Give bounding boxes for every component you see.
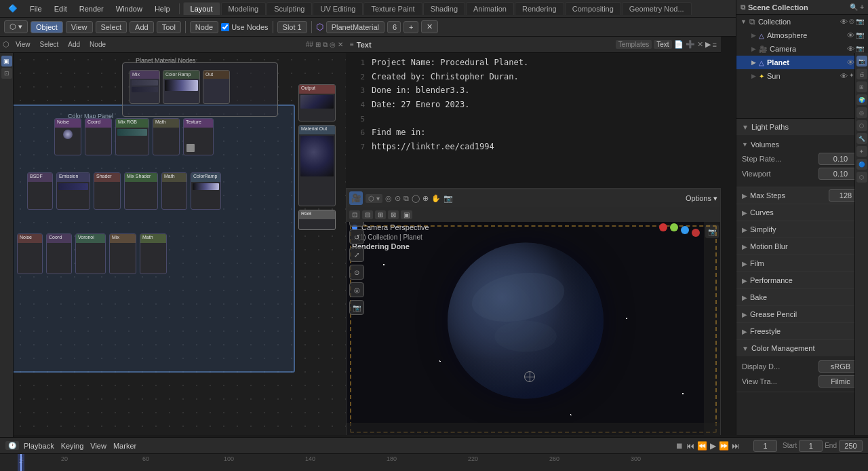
ri-btn-material[interactable]: ⬡ <box>856 172 867 183</box>
vp-tb2-3[interactable]: ⊞ <box>375 210 386 219</box>
tab-geometry-nodes[interactable]: Geometry Nod... <box>622 2 692 15</box>
node-r2[interactable]: Material Out <box>298 125 336 206</box>
vp-tb2-4[interactable]: ⊠ <box>388 210 399 219</box>
vp-tb2-5[interactable]: ▣ <box>401 210 412 219</box>
ne-icon-2[interactable]: ⊞ <box>315 41 321 49</box>
node-7[interactable]: Emission <box>56 172 90 210</box>
oi-eye-planet[interactable]: 👁 <box>847 58 854 67</box>
node-15[interactable]: Mix <box>109 233 136 274</box>
oi-cam-atm[interactable]: 📷 <box>856 31 864 39</box>
vp-gizmo-6[interactable]: 📷 <box>349 300 364 315</box>
tl-prev-frame-btn[interactable]: ⏪ <box>697 441 707 451</box>
oi-eye-cam[interactable]: 👁 <box>847 45 854 53</box>
text-icon-3[interactable]: ✕ <box>697 40 703 49</box>
node-4[interactable]: Math <box>153 118 180 155</box>
node-5[interactable]: Texture <box>183 118 214 155</box>
tab-animation[interactable]: Animation <box>466 2 514 15</box>
outliner-item-atmosphere[interactable]: ▶ △ Atmosphere 👁 📷 <box>736 29 868 42</box>
timeline-track[interactable]: 1 1 20 60 100 140 180 220 260 300 <box>0 454 868 471</box>
props-section-max-steps-header[interactable]: ▶ Max Steps 128 <box>736 187 868 204</box>
view-btn[interactable]: View <box>66 21 93 33</box>
outliner-filter-icon[interactable]: 🔍 <box>850 3 858 11</box>
oi-sel[interactable]: ◎ <box>849 18 854 26</box>
node-10[interactable]: Math <box>161 172 187 210</box>
lt-select-btn[interactable]: ▣ <box>1 56 12 67</box>
select-btn[interactable]: Select <box>96 21 127 33</box>
ne-icon-3[interactable]: ⧉ <box>323 41 328 49</box>
vp-gizmo-2[interactable]: ↺ <box>349 229 364 244</box>
vp-icon-3[interactable]: ⊙ <box>395 194 401 203</box>
node-group-pm-top[interactable]: Mix Color Ramp Out <box>122 62 278 117</box>
tl-view-btn[interactable]: View <box>88 441 108 451</box>
text-header-templates[interactable]: Templates <box>616 40 652 49</box>
ne-select-btn[interactable]: Select <box>37 39 62 50</box>
ri-btn-modifier[interactable]: 🔧 <box>856 133 867 144</box>
node-r3[interactable]: RGB <box>298 210 336 230</box>
lt-box-select-btn[interactable]: ⊡ <box>1 68 12 79</box>
ri-btn-view-layer[interactable]: ⊞ <box>856 81 867 92</box>
props-section-freestyle-header[interactable]: ▶ Freestyle <box>736 323 868 339</box>
ne-node-btn[interactable]: Node <box>86 39 109 50</box>
node-12[interactable]: Noise <box>17 233 43 274</box>
tab-shading[interactable]: Shading <box>423 2 465 15</box>
use-nodes-checkbox[interactable] <box>221 23 229 31</box>
outliner-item-collection[interactable]: ▼ ⧉ Collection 👁 ◎ 📷 <box>736 15 868 29</box>
oi-eye[interactable]: 👁 <box>840 18 848 26</box>
ri-btn-world[interactable]: ◎ <box>856 107 867 118</box>
menu-file[interactable]: File <box>24 3 47 14</box>
text-run-btn[interactable]: ▶ <box>705 40 711 49</box>
oi-sun-special[interactable]: ✦ <box>849 72 854 80</box>
oi-eye-atm[interactable]: 👁 <box>847 31 854 39</box>
menu-edit[interactable]: Edit <box>49 3 73 14</box>
props-section-performance-header[interactable]: ▶ Performance ≡ <box>736 272 868 288</box>
props-section-bake-header[interactable]: ▶ Bake <box>736 289 868 305</box>
node-8[interactable]: Shader <box>94 172 121 210</box>
object-mode-btn[interactable]: Object <box>31 21 63 33</box>
ne-add-btn[interactable]: Add <box>64 39 83 50</box>
node-card-2[interactable]: Color Ramp <box>163 70 200 104</box>
vp-icon-6[interactable]: ⊕ <box>422 194 429 203</box>
ri-btn-render[interactable]: 📷 <box>856 56 867 67</box>
material-new-btn[interactable]: + <box>403 21 418 33</box>
tab-rendering[interactable]: Rendering <box>515 2 564 15</box>
node-r1[interactable]: Output <box>298 84 336 121</box>
node-11[interactable]: ColorRamp <box>191 172 221 210</box>
material-delete-btn[interactable]: ✕ <box>421 20 438 33</box>
node-9[interactable]: Mix Shader <box>124 172 158 210</box>
node-3[interactable]: Mix RGB <box>115 118 149 155</box>
outliner-item-camera[interactable]: ▶ 🎥 Camera 👁 📷 <box>736 42 868 56</box>
slot-btn[interactable]: Slot 1 <box>277 21 307 33</box>
ne-view-btn[interactable]: View <box>12 39 34 50</box>
props-section-simplify-header[interactable]: ▶ Simplify <box>736 221 868 238</box>
node-1[interactable]: Noise <box>54 118 81 155</box>
vp-icon-5[interactable]: ◯ <box>412 194 420 203</box>
ri-btn-physics[interactable]: 🔵 <box>856 159 867 170</box>
ri-btn-output[interactable]: 🖨 <box>856 69 867 79</box>
vp-options-btn[interactable]: Options ▾ <box>686 194 717 203</box>
ne-icon-1[interactable]: ## <box>306 41 313 49</box>
marker-btn[interactable]: Marker <box>111 441 138 451</box>
playback-btn[interactable]: Playback <box>22 441 56 451</box>
node-card-3[interactable]: Out <box>203 70 230 104</box>
props-section-grease-pencil-header[interactable]: ▶ Grease Pencil <box>736 306 868 322</box>
props-section-light-paths-header[interactable]: ▼ Light Paths <box>736 119 868 135</box>
vp-rb-3[interactable]: 📷 <box>705 225 719 238</box>
text-icon-2[interactable]: ➕ <box>686 40 695 49</box>
menu-window[interactable]: Window <box>111 3 148 14</box>
tl-frame-input[interactable]: 1 <box>753 440 777 452</box>
tl-stop-btn[interactable]: ⏹ <box>675 441 684 451</box>
blender-logo[interactable]: 🔷 <box>3 3 23 14</box>
tab-texture-paint[interactable]: Texture Paint <box>363 2 422 15</box>
node-16[interactable]: Math <box>140 233 167 274</box>
material-name-btn[interactable]: PlanetMaterial <box>326 21 384 33</box>
tl-next-frame-btn[interactable]: ⏩ <box>719 441 729 451</box>
props-section-film-header[interactable]: ▶ Film <box>736 255 868 271</box>
ri-btn-scene[interactable]: 🌍 <box>856 94 867 105</box>
text-editor-type-btn[interactable]: ≡ <box>350 41 354 48</box>
text-content-area[interactable]: 1Project Name: Procedural Planet. 2Creat… <box>346 53 721 157</box>
ne-icon-5[interactable]: ✕ <box>338 41 343 49</box>
outliner-item-planet[interactable]: ▶ △ Planet 👁 📷 <box>736 56 868 69</box>
ri-btn-object[interactable]: ⬡ <box>856 120 867 131</box>
oi-cam-cam[interactable]: 📷 <box>856 45 864 53</box>
vp-gizmo-3[interactable]: ⤢ <box>349 247 364 262</box>
